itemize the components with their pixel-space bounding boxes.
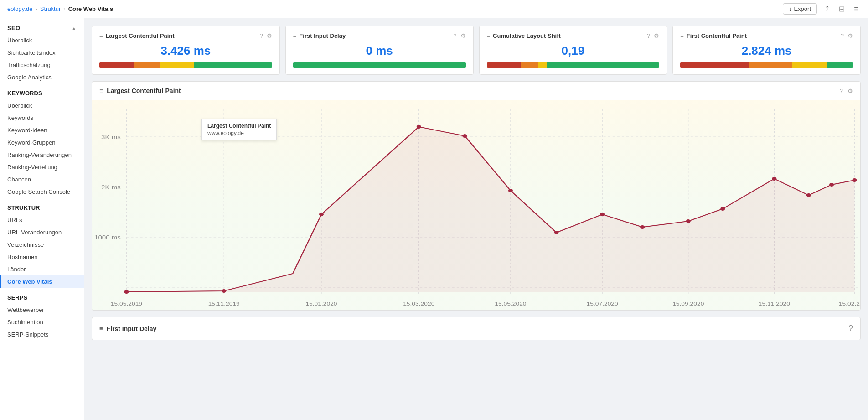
metric-card-cls: ≡ Cumulative Layout Shift ? ⚙ 0,19 <box>479 26 667 75</box>
svg-text:15.09.2020: 15.09.2020 <box>672 301 704 306</box>
user-icon[interactable]: ≡ <box>852 5 861 14</box>
sidebar-item-core-web-vitals[interactable]: Core Web Vitals <box>0 275 84 288</box>
sidebar-item-trafficschaetzung[interactable]: Trafficschätzung <box>0 59 84 71</box>
svg-text:1000 ms: 1000 ms <box>94 234 121 240</box>
question-icon-fcp[interactable]: ? <box>841 32 844 39</box>
bar-segment-orange <box>134 62 160 68</box>
svg-point-38 <box>772 177 776 181</box>
metric-value-fid: 0 ms <box>293 44 466 58</box>
breadcrumb-root[interactable]: eology.de <box>7 5 32 12</box>
svg-text:15.05.2020: 15.05.2020 <box>495 301 526 306</box>
sidebar-item-ueberblick-kw[interactable]: Überblick <box>0 99 84 112</box>
svg-point-35 <box>640 225 645 229</box>
list-icon-lcp: ≡ <box>99 32 103 39</box>
svg-point-39 <box>806 193 811 197</box>
sidebar-item-laender[interactable]: Länder <box>0 263 84 275</box>
download-icon: ↓ <box>789 5 792 12</box>
svg-point-28 <box>222 289 226 293</box>
chevron-up-icon: ▲ <box>72 26 77 31</box>
second-chart-icon: ≡ <box>99 325 103 332</box>
metric-cards-row: ≡ Largest Contentful Paint ? ⚙ 3.426 ms <box>92 26 861 75</box>
layout: SEO ▲ Überblick Sichtbarkeitsindex Traff… <box>0 18 868 420</box>
second-chart-card: ≡ First Input Delay ? <box>92 317 861 340</box>
tooltip-site: www.eology.de <box>207 130 244 136</box>
sidebar-item-url-veraenderungen[interactable]: URL-Veränderungen <box>0 226 84 239</box>
svg-point-27 <box>124 290 129 294</box>
breadcrumb: eology.de › Struktur › Core Web Vitals <box>7 5 113 12</box>
sidebar-section-struktur: Struktur <box>0 198 84 214</box>
sidebar-item-sichtbarkeitsindex[interactable]: Sichtbarkeitsindex <box>0 47 84 59</box>
bar-segment-red <box>99 62 134 68</box>
list-icon-fid: ≡ <box>293 32 297 39</box>
svg-text:2K ms: 2K ms <box>101 184 121 190</box>
sidebar-item-keyword-ideen[interactable]: Keyword-Ideen <box>0 124 84 136</box>
main-content: ≡ Largest Contentful Paint ? ⚙ 3.426 ms <box>84 18 868 420</box>
svg-point-33 <box>554 231 559 234</box>
second-chart-question-icon[interactable]: ? <box>848 324 853 333</box>
chart-header: ≡ Largest Contentful Paint ? ⚙ <box>92 82 860 100</box>
chart-list-icon: ≡ <box>99 87 103 94</box>
svg-point-31 <box>462 134 467 138</box>
sidebar-item-urls[interactable]: URLs <box>0 214 84 226</box>
svg-point-30 <box>417 125 421 129</box>
sidebar-item-google-search-console[interactable]: Google Search Console <box>0 186 84 198</box>
svg-point-41 <box>852 178 857 182</box>
chart-gear-icon[interactable]: ⚙ <box>847 88 853 94</box>
metric-title-cls: Cumulative Layout Shift <box>493 32 561 39</box>
sidebar-item-google-analytics[interactable]: Google Analytics <box>0 71 84 83</box>
svg-text:15.07.2020: 15.07.2020 <box>587 301 618 306</box>
svg-text:15.03.2020: 15.03.2020 <box>403 301 434 306</box>
gear-icon-fcp[interactable]: ⚙ <box>847 32 853 39</box>
svg-text:15.11.2019: 15.11.2019 <box>208 301 240 306</box>
list-icon-cls: ≡ <box>487 32 491 39</box>
svg-text:3K ms: 3K ms <box>101 134 121 140</box>
sidebar-item-chancen[interactable]: Chancen <box>0 173 84 186</box>
gear-icon-lcp[interactable]: ⚙ <box>267 32 272 39</box>
svg-point-40 <box>829 183 834 187</box>
metric-value-cls: 0,19 <box>487 44 660 58</box>
sidebar-section-seo[interactable]: SEO ▲ <box>0 18 84 34</box>
sidebar-item-keyword-gruppen[interactable]: Keyword-Gruppen <box>0 136 84 149</box>
sidebar-item-ranking-veraenderungen[interactable]: Ranking-Veränderungen <box>0 149 84 161</box>
share-icon[interactable]: ⤴ <box>822 5 832 14</box>
sidebar-item-serp-snippets[interactable]: SERP-Snippets <box>0 328 84 341</box>
topbar-actions: ↓ Export ⤴ ⊞ ≡ <box>783 3 861 15</box>
main-chart-card: ≡ Largest Contentful Paint ? ⚙ Largest C… <box>92 81 861 311</box>
question-icon-fid[interactable]: ? <box>453 32 456 39</box>
gear-icon-fid[interactable]: ⚙ <box>460 32 466 39</box>
sidebar-item-hostnamen[interactable]: Hostnamen <box>0 251 84 263</box>
grid-icon[interactable]: ⊞ <box>837 5 846 14</box>
metric-title-fid: First Input Delay <box>299 32 346 39</box>
metric-value-fcp: 2.824 ms <box>680 44 853 58</box>
breadcrumb-parent[interactable]: Struktur <box>40 5 61 12</box>
chart-question-icon[interactable]: ? <box>840 88 843 94</box>
export-button[interactable]: ↓ Export <box>783 3 817 15</box>
svg-text:15.11.2020: 15.11.2020 <box>759 301 790 306</box>
metric-title-fcp: First Contentful Paint <box>687 32 747 39</box>
chart-tooltip: Largest Contentful Paint www.eology.de <box>202 119 277 140</box>
question-icon-lcp[interactable]: ? <box>260 32 263 39</box>
question-icon-cls[interactable]: ? <box>647 32 650 39</box>
sidebar: SEO ▲ Überblick Sichtbarkeitsindex Traff… <box>0 18 84 420</box>
svg-text:15.02.2021: 15.02.2021 <box>839 301 860 306</box>
sidebar-item-ueberblick-seo[interactable]: Überblick <box>0 34 84 47</box>
sidebar-section-keywords: Keywords <box>0 83 84 99</box>
sidebar-item-wettbewerber[interactable]: Wettbewerber <box>0 304 84 316</box>
sidebar-item-ranking-verteilung[interactable]: Ranking-Verteilung <box>0 161 84 173</box>
topbar: eology.de › Struktur › Core Web Vitals ↓… <box>0 0 868 18</box>
sidebar-section-serps: SERPs <box>0 288 84 304</box>
sidebar-item-suchintention[interactable]: Suchintention <box>0 316 84 328</box>
sidebar-item-verzeichnisse[interactable]: Verzeichnisse <box>0 239 84 251</box>
bar-segment-green-fid <box>293 62 466 68</box>
metric-value-lcp: 3.426 ms <box>99 44 272 58</box>
metric-bar-cls <box>487 62 660 68</box>
metric-card-fcp: ≡ First Contentful Paint ? ⚙ 2.824 ms <box>672 26 861 75</box>
svg-point-37 <box>720 207 725 211</box>
svg-text:15.01.2020: 15.01.2020 <box>305 301 337 306</box>
sidebar-item-keywords[interactable]: Keywords <box>0 112 84 124</box>
second-chart-title: First Input Delay <box>107 325 157 332</box>
gear-icon-cls[interactable]: ⚙ <box>654 32 659 39</box>
svg-point-34 <box>600 213 604 216</box>
metric-bar-fcp <box>680 62 853 68</box>
metric-card-lcp: ≡ Largest Contentful Paint ? ⚙ 3.426 ms <box>92 26 280 75</box>
